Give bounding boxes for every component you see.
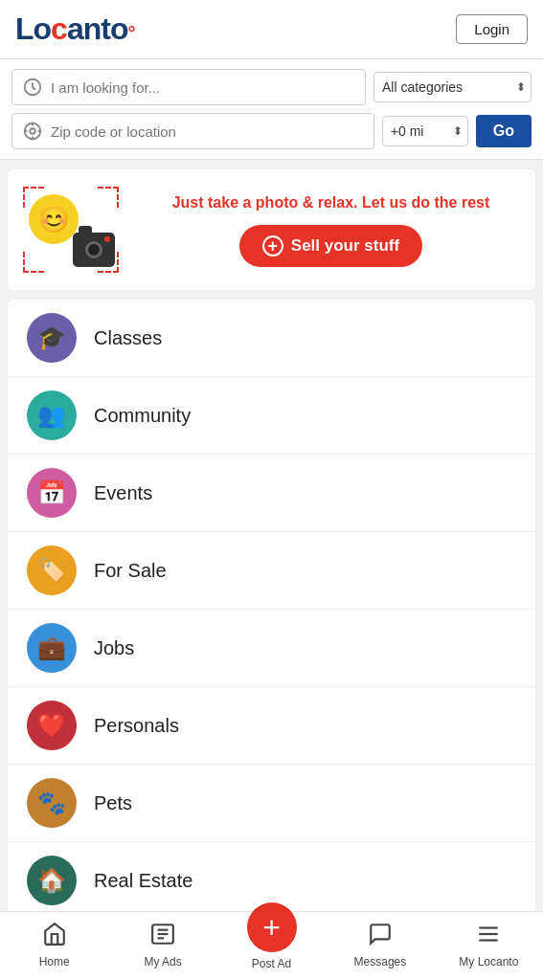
logo-c: c — [51, 11, 67, 46]
category-icon-real-estate: 🏠 — [27, 856, 77, 905]
nav-item-post-ad[interactable]: +Post Ad — [217, 920, 326, 970]
svg-point-2 — [30, 128, 35, 134]
sell-button-label: Sell your stuff — [291, 236, 399, 256]
nav-item-home[interactable]: Home — [0, 922, 108, 969]
promo-headline: Just take a photo & relax. Let us do the… — [142, 192, 520, 213]
category-label-pets: Pets — [94, 792, 132, 814]
category-label-personals: Personals — [94, 715, 179, 737]
nav-icon-messages — [368, 922, 393, 952]
promo-image: 😊 — [23, 187, 128, 273]
header: Locanto° Login — [0, 0, 543, 59]
logo-lo: Lo — [15, 11, 51, 46]
category-item-jobs[interactable]: 💼Jobs — [8, 610, 535, 687]
category-label-community: Community — [94, 405, 191, 427]
sell-button-plus-icon: + — [262, 235, 283, 256]
logo-anto: anto — [67, 11, 128, 46]
camera-icon — [73, 233, 115, 267]
keyword-input-wrap — [11, 69, 366, 105]
nav-icon-my-locanto — [476, 922, 501, 952]
category-item-events[interactable]: 📅Events — [8, 455, 535, 532]
sell-button[interactable]: + Sell your stuff — [239, 225, 422, 267]
categories-section: 🎓Classes👥Community📅Events🏷️For Sale💼Jobs… — [8, 300, 535, 926]
frame-corner-bl — [23, 252, 44, 273]
category-item-pets[interactable]: 🐾Pets — [8, 765, 535, 842]
keyword-input[interactable] — [51, 79, 355, 96]
category-icon-jobs: 💼 — [27, 623, 77, 673]
nav-icon-home — [42, 922, 67, 952]
camera-top — [79, 226, 92, 233]
category-label-jobs: Jobs — [94, 637, 134, 659]
location-input-wrap — [11, 113, 374, 149]
camera-dot — [104, 236, 110, 242]
keyword-row: All categories Classes Community Events … — [11, 69, 532, 105]
nav-item-my-locanto[interactable]: My Locanto — [435, 922, 543, 969]
category-icon-personals: ❤️ — [27, 701, 77, 750]
category-label-classes: Classes — [94, 327, 162, 349]
category-item-classes[interactable]: 🎓Classes — [8, 300, 535, 377]
post-ad-button[interactable]: + — [247, 902, 297, 952]
category-icon-pets: 🐾 — [27, 778, 77, 828]
history-icon — [22, 77, 43, 98]
logo-dot: ° — [127, 22, 134, 43]
go-button[interactable]: Go — [476, 115, 532, 147]
category-label-for-sale: For Sale — [94, 560, 167, 582]
camera-frame: 😊 — [23, 187, 119, 273]
frame-corner-tr — [98, 187, 119, 208]
category-item-personals[interactable]: ❤️Personals — [8, 687, 535, 765]
logo: Locanto° — [15, 11, 134, 47]
nav-label-post-ad: Post Ad — [252, 957, 291, 970]
nav-item-my-ads[interactable]: My Ads — [108, 922, 216, 969]
category-icon-for-sale: 🏷️ — [27, 546, 77, 595]
nav-label-messages: Messages — [354, 955, 407, 969]
category-item-community[interactable]: 👥Community — [8, 377, 535, 455]
distance-select-wrap: +0 mi +5 mi +10 mi +25 mi +50 mi — [382, 116, 468, 146]
location-icon — [22, 121, 43, 142]
category-label-events: Events — [94, 482, 152, 504]
category-select-wrap: All categories Classes Community Events … — [373, 72, 532, 102]
location-input[interactable] — [51, 123, 364, 140]
nav-label-my-locanto: My Locanto — [459, 955, 518, 969]
bottom-nav: HomeMy Ads+Post AdMessagesMy Locanto — [0, 911, 543, 980]
distance-select[interactable]: +0 mi +5 mi +10 mi +25 mi +50 mi — [382, 116, 468, 146]
location-row: +0 mi +5 mi +10 mi +25 mi +50 mi Go — [11, 113, 532, 149]
category-icon-events: 📅 — [27, 468, 77, 518]
login-button[interactable]: Login — [456, 14, 528, 44]
search-section: All categories Classes Community Events … — [0, 59, 543, 160]
camera-lens — [85, 241, 102, 258]
emoji-face: 😊 — [29, 194, 79, 244]
category-icon-classes: 🎓 — [27, 313, 77, 363]
promo-text: Just take a photo & relax. Let us do the… — [142, 192, 520, 267]
category-select[interactable]: All categories Classes Community Events … — [373, 72, 532, 102]
category-item-for-sale[interactable]: 🏷️For Sale — [8, 532, 535, 610]
category-icon-community: 👥 — [27, 390, 77, 440]
promo-banner: 😊 Just take a photo & relax. Let us do t… — [8, 169, 535, 290]
category-label-real-estate: Real Estate — [94, 870, 192, 892]
nav-label-my-ads: My Ads — [144, 955, 181, 969]
nav-item-messages[interactable]: Messages — [326, 922, 434, 969]
nav-icon-my-ads — [150, 922, 175, 952]
nav-label-home: Home — [39, 955, 70, 969]
